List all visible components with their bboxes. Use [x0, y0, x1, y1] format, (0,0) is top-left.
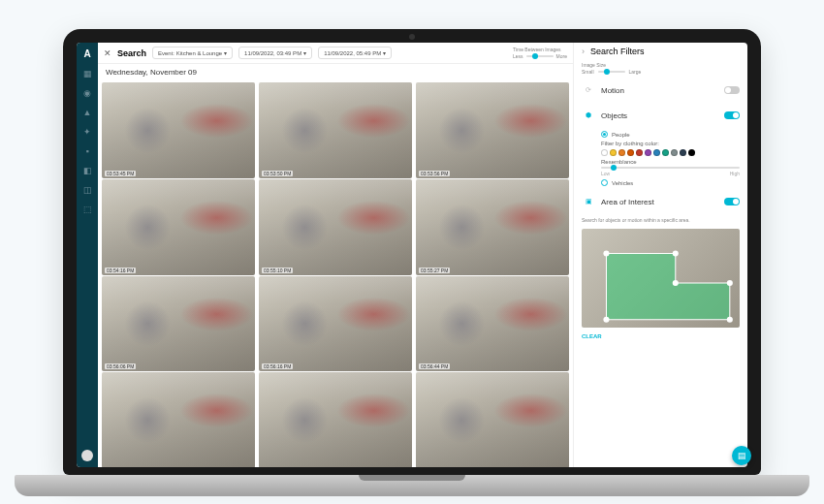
objects-sub: People Filter by clothing color: Resembl…: [582, 131, 740, 186]
clothing-color-label: Filter by clothing color:: [601, 141, 740, 146]
time-between-high: More: [556, 53, 567, 59]
date-from-input[interactable]: 11/09/2022, 03:49 PM ▾: [238, 47, 312, 59]
image-size-label: Image Size: [582, 62, 606, 68]
resemblance-label: Resemblance: [601, 159, 637, 165]
clothing-color-option[interactable]: [627, 149, 634, 156]
video-thumbnail[interactable]: 03:55:27 PM: [416, 179, 569, 275]
thumbnail-timestamp: 03:53:50 PM: [262, 171, 293, 176]
date-to-input[interactable]: 11/09/2022, 05:49 PM ▾: [318, 47, 392, 59]
nav-alert-icon[interactable]: ▲: [82, 108, 92, 117]
video-thumbnail[interactable]: 03:55:10 PM: [259, 179, 412, 275]
filters-header: › Search Filters: [582, 47, 740, 56]
objects-filter-row: ⬢ Objects: [582, 106, 740, 125]
clothing-color-option[interactable]: [645, 149, 651, 156]
time-between-label: Time Between Images: [513, 47, 567, 52]
motion-icon: ⟳: [582, 83, 595, 97]
video-thumbnail[interactable]: [416, 372, 569, 467]
nav-settings-icon[interactable]: ✦: [82, 127, 92, 137]
thumbnail-timestamp: 03:55:27 PM: [419, 268, 450, 273]
video-thumbnail[interactable]: 03:56:16 PM: [259, 276, 412, 372]
resemblance-slider[interactable]: [601, 167, 740, 169]
motion-filter-row: ⟳ Motion: [582, 80, 740, 100]
image-size-slider[interactable]: [598, 71, 625, 73]
chevron-down-icon: ▾: [224, 49, 227, 56]
nav-integrations-icon[interactable]: ⬚: [82, 205, 92, 214]
clothing-colors: [601, 149, 740, 156]
clothing-color-option[interactable]: [610, 149, 617, 156]
nav-layout-icon[interactable]: ◫: [82, 185, 92, 195]
aoi-clear-button[interactable]: CLEAR: [582, 333, 740, 339]
video-thumbnail[interactable]: 03:53:45 PM: [102, 82, 255, 178]
image-size-control: Image Size Small Large: [582, 62, 740, 75]
help-fab-button[interactable]: ▤: [732, 446, 747, 465]
clothing-color-option[interactable]: [680, 149, 686, 156]
video-thumbnail[interactable]: 03:53:50 PM: [259, 82, 412, 178]
clothing-color-option[interactable]: [671, 149, 678, 156]
svg-marker-0: [606, 253, 729, 319]
svg-point-4: [727, 280, 733, 286]
clothing-color-option[interactable]: [618, 149, 625, 156]
calendar-icon: ▾: [383, 49, 386, 56]
aoi-label: Area of Interest: [601, 198, 718, 206]
clothing-color-option[interactable]: [688, 149, 695, 156]
vehicles-label: Vehicles: [612, 180, 633, 186]
video-thumbnail[interactable]: 03:54:16 PM: [102, 179, 255, 275]
close-icon[interactable]: ✕: [104, 48, 111, 58]
laptop-frame: A ▦ ◉ ▲ ✦ ▪ ◧ ◫ ⬚ ✕ Search Event: Kitche…: [63, 29, 761, 475]
time-between-slider[interactable]: [526, 55, 554, 57]
thumbnail-timestamp: 03:53:45 PM: [105, 171, 136, 176]
svg-point-6: [603, 317, 609, 323]
nav-dashboard-icon[interactable]: ▦: [82, 69, 92, 79]
svg-point-2: [673, 250, 679, 256]
vehicles-radio-row[interactable]: Vehicles: [601, 179, 740, 186]
objects-toggle[interactable]: [724, 111, 740, 119]
thumbnail-timestamp: 03:56:16 PM: [262, 363, 293, 369]
clothing-color-option[interactable]: [653, 149, 660, 156]
laptop-base: [15, 475, 809, 496]
aoi-icon: ▣: [582, 195, 595, 208]
video-thumbnail[interactable]: 03:56:44 PM: [416, 276, 569, 372]
thumbnail-timestamp: 03:53:56 PM: [419, 171, 450, 176]
objects-icon: ⬢: [582, 109, 595, 122]
nav-sidebar: A ▦ ◉ ▲ ✦ ▪ ◧ ◫ ⬚: [77, 43, 98, 467]
video-thumbnail[interactable]: 03:53:56 PM: [416, 82, 569, 178]
vehicles-radio[interactable]: [601, 179, 608, 186]
chevron-right-icon[interactable]: ›: [582, 47, 585, 56]
camera-select[interactable]: Event: Kitchen & Lounge ▾: [152, 47, 233, 59]
time-between-low: Less: [513, 53, 523, 59]
clothing-color-option[interactable]: [601, 149, 608, 156]
people-radio[interactable]: [601, 131, 608, 138]
resemblance-high: High: [730, 171, 740, 176]
clothing-color-option[interactable]: [662, 149, 669, 156]
aoi-preview[interactable]: [582, 229, 740, 328]
filters-panel: › Search Filters Image Size Small Large …: [573, 43, 747, 467]
user-avatar[interactable]: [81, 450, 93, 461]
resemblance-low: Low: [601, 171, 610, 176]
thumbnail-timestamp: 03:55:10 PM: [262, 268, 293, 273]
people-radio-row[interactable]: People: [601, 131, 740, 138]
nav-users-icon[interactable]: ▪: [82, 146, 92, 156]
calendar-icon: ▾: [303, 49, 306, 56]
app-logo[interactable]: A: [83, 48, 90, 59]
aoi-toggle[interactable]: [724, 198, 740, 205]
svg-point-5: [727, 317, 733, 323]
aoi-description: Search for objects or motion within a sp…: [582, 217, 740, 223]
time-between-control: Time Between Images Less More: [513, 47, 567, 59]
motion-toggle[interactable]: [724, 86, 740, 94]
thumbnail-timestamp: 03:54:16 PM: [105, 268, 136, 273]
nav-camera-icon[interactable]: ◉: [82, 88, 92, 98]
nav-devices-icon[interactable]: ◧: [82, 166, 92, 175]
app-screen: A ▦ ◉ ▲ ✦ ▪ ◧ ◫ ⬚ ✕ Search Event: Kitche…: [77, 43, 747, 467]
date-header: Wednesday, November 09: [98, 64, 573, 80]
svg-point-1: [603, 250, 609, 256]
thumbnail-timestamp: 03:56:44 PM: [419, 363, 450, 369]
search-topbar: ✕ Search Event: Kitchen & Lounge ▾ 11/09…: [98, 43, 573, 64]
clothing-color-option[interactable]: [636, 149, 643, 156]
webcam-dot: [409, 34, 415, 40]
video-thumbnail[interactable]: 03:56:06 PM: [102, 276, 255, 372]
video-thumbnail[interactable]: [102, 372, 255, 467]
video-thumbnail[interactable]: [259, 372, 412, 467]
main-column: ✕ Search Event: Kitchen & Lounge ▾ 11/09…: [98, 43, 573, 467]
resemblance-block: Resemblance Low High: [601, 159, 740, 176]
aoi-polygon[interactable]: [582, 229, 740, 328]
